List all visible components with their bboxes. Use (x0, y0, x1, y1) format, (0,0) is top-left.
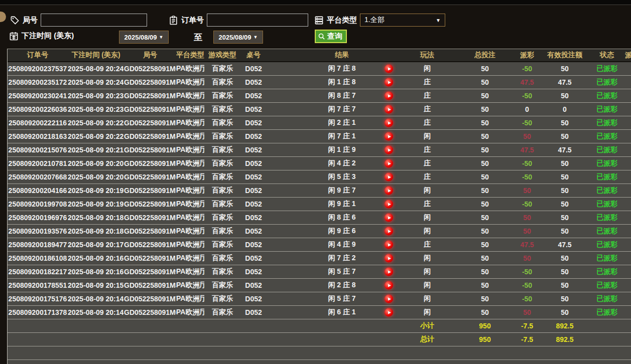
platform-type-label: 平台类型 (327, 16, 357, 25)
table-row: 2508092002351722025-08-09 20:24:33GD0522… (8, 76, 631, 89)
status-badge: 已派彩 (593, 143, 621, 157)
cell-extra (621, 211, 631, 225)
cell-valid-bet: 50 (537, 211, 593, 225)
cell-result: 闲 1 庄 9 (267, 143, 402, 157)
cell-total-bet: 50 (452, 292, 518, 306)
result-score: 闲 2 庄 1 (328, 118, 355, 126)
round-number-input[interactable] (41, 14, 147, 27)
cell-empty (240, 333, 267, 346)
filler-cell (8, 346, 631, 360)
cell-table-no: D052 (240, 198, 267, 211)
cell-platform-type: PA欧洲厅 (176, 225, 204, 238)
cell-payout: -50 (518, 116, 537, 130)
column-header-5: 桌号 (240, 49, 267, 62)
cell-total-bet: 50 (452, 211, 518, 225)
cell-platform-type: PA欧洲厅 (176, 76, 204, 89)
cell-empty (8, 333, 68, 346)
replay-video-icon[interactable] (385, 132, 393, 141)
cell-order-no: 250809200237537 (8, 62, 68, 76)
cell-payout: 50 (518, 130, 537, 143)
replay-video-icon[interactable] (385, 65, 393, 73)
replay-video-icon[interactable] (385, 92, 393, 100)
result-score: 闲 9 庄 7 (328, 186, 355, 194)
replay-video-icon[interactable] (385, 268, 393, 276)
cell-game-type: 百家乐 (204, 62, 240, 76)
column-header-10: 有效投注额 (537, 49, 593, 62)
cell-payout: -50 (518, 198, 537, 211)
cell-valid-bet: 50 (537, 225, 593, 238)
replay-video-icon[interactable] (385, 187, 393, 195)
date-from-picker[interactable]: 2025/08/09 ▼ (119, 31, 169, 44)
replay-video-icon[interactable] (385, 173, 393, 181)
cell-order-no: 250809200193576 (8, 225, 68, 238)
cell-bet-time: 2025-08-09 20:17:25 (68, 238, 124, 252)
date-to-picker[interactable]: 2025/08/09 ▼ (213, 31, 263, 44)
column-header-4: 游戏类型 (204, 49, 240, 62)
cell-order-no: 250809200196976 (8, 211, 68, 225)
replay-video-icon[interactable] (385, 308, 393, 317)
cell-platform-type: PA欧洲厅 (176, 292, 204, 306)
cell-bet-time: 2025-08-09 20:18:31 (68, 211, 124, 225)
replay-video-icon[interactable] (385, 105, 393, 114)
cell-table-no: D052 (240, 170, 267, 184)
cell-result: 闲 6 庄 1 (267, 306, 402, 319)
table-row: 2508092001785512025-08-09 20:15:26GD0522… (8, 279, 631, 292)
cell-platform-type: PA欧洲厅 (176, 89, 204, 103)
cell-play-type: 闲 (402, 292, 452, 306)
cell-empty (8, 319, 68, 333)
cell-valid-bet: 50 (537, 265, 593, 279)
cell-play-type: 闲 (402, 211, 452, 225)
cell-table-no: D052 (240, 252, 267, 265)
platform-type-select[interactable]: 1.全部 ▼ (360, 14, 445, 27)
replay-video-icon[interactable] (385, 146, 393, 154)
status-badge: 已派彩 (593, 116, 621, 130)
cell-payout: 50 (518, 211, 537, 225)
cell-empty (204, 319, 240, 333)
replay-video-icon[interactable] (385, 159, 393, 168)
replay-video-icon[interactable] (385, 281, 393, 290)
cell-valid-bet: 0 (537, 103, 593, 116)
cell-platform-type: PA欧洲厅 (176, 211, 204, 225)
cell-payout: -50 (518, 279, 537, 292)
cell-game-type: 百家乐 (204, 292, 240, 306)
cell-table-no: D052 (240, 89, 267, 103)
cell-round-no: GD052258091MG (124, 170, 176, 184)
cell-bet-time: 2025-08-09 20:18:00 (68, 225, 124, 238)
cell-payout: 47.5 (518, 143, 537, 157)
cell-empty (68, 333, 124, 346)
cell-bet-time: 2025-08-09 20:14:06 (68, 306, 124, 319)
cell-empty (267, 333, 402, 346)
server-list-icon (314, 16, 324, 25)
result-score: 闲 7 庄 2 (328, 254, 355, 262)
replay-video-icon[interactable] (385, 78, 393, 87)
search-button[interactable]: 查询 (315, 30, 347, 43)
result-score: 闲 2 庄 8 (328, 281, 355, 289)
replay-video-icon[interactable] (385, 241, 393, 249)
cell-extra (621, 157, 631, 170)
replay-video-icon[interactable] (385, 295, 393, 303)
cell-order-no: 250809200171378 (8, 306, 68, 319)
round-number-label: 局号 (23, 16, 38, 25)
cell-round-no: GD052258091M8 (124, 279, 176, 292)
cell-bet-time: 2025-08-09 20:19:02 (68, 198, 124, 211)
replay-video-icon[interactable] (385, 214, 393, 222)
cell-order-no: 250809200215076 (8, 143, 68, 157)
order-number-input[interactable] (207, 14, 308, 27)
status-badge: 已派彩 (593, 62, 621, 76)
cell-bet-time: 2025-08-09 20:20:23 (68, 170, 124, 184)
cell-platform-type: PA欧洲厅 (176, 62, 204, 76)
replay-video-icon[interactable] (385, 254, 393, 263)
status-badge: 已派彩 (593, 238, 621, 252)
replay-video-icon[interactable] (385, 227, 393, 236)
panel-collapse-arrow[interactable] (0, 12, 6, 22)
cell-valid-bet: 50 (537, 130, 593, 143)
status-badge: 已派彩 (593, 103, 621, 116)
cell-platform-type: PA欧洲厅 (176, 157, 204, 170)
cell-total-bet: 50 (452, 116, 518, 130)
cell-valid-bet: 47.5 (537, 143, 593, 157)
cell-extra (621, 62, 631, 76)
cell-order-no: 250809200218163 (8, 130, 68, 143)
replay-video-icon[interactable] (385, 119, 393, 127)
replay-video-icon[interactable] (385, 200, 393, 209)
cell-round-no: GD052258091M7 (124, 292, 176, 306)
